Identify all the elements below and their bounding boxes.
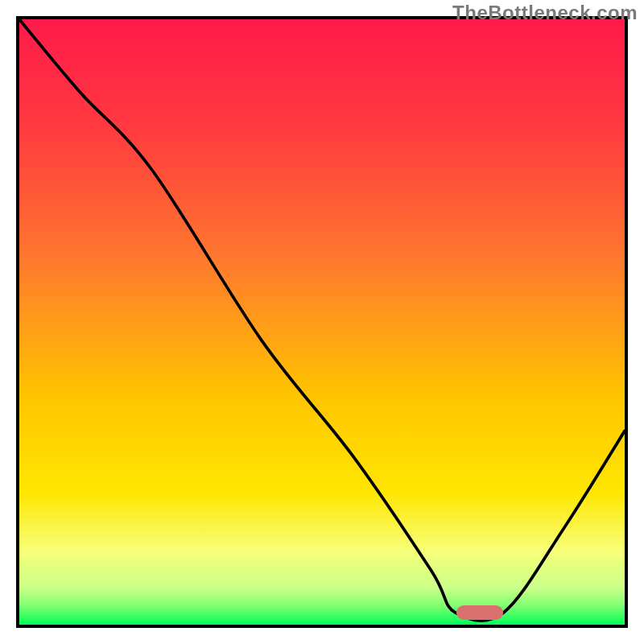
bottleneck-curve <box>19 19 625 625</box>
watermark-text: TheBottleneck.com <box>452 2 638 24</box>
canvas: TheBottleneck.com <box>0 0 644 644</box>
trough-marker <box>456 605 503 620</box>
plot-frame <box>16 16 628 628</box>
